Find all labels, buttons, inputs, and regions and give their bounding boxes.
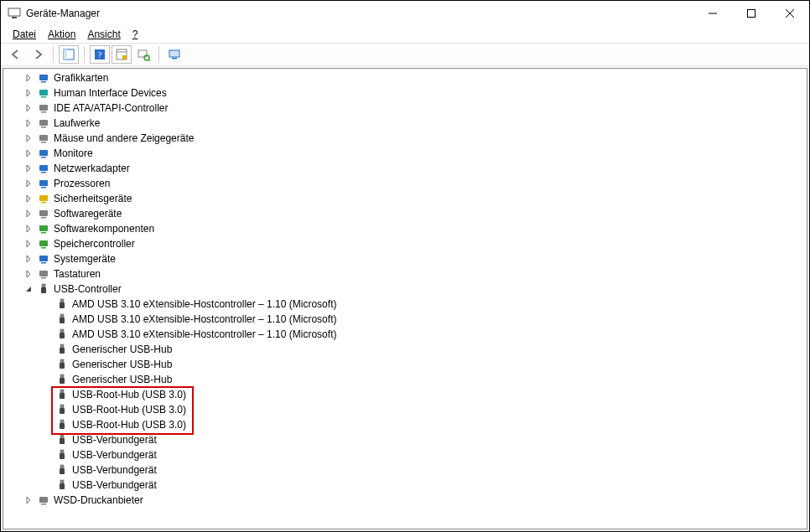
tree-category[interactable]: Tastaturen	[3, 266, 807, 281]
svg-rect-43	[41, 262, 46, 264]
show-hide-tree-button[interactable]	[59, 45, 79, 64]
chevron-right-icon[interactable]	[22, 267, 35, 281]
tree-category[interactable]: Human Interface Devices	[3, 85, 807, 101]
properties-button[interactable]	[112, 45, 132, 64]
svg-rect-30	[39, 165, 48, 171]
category-icon	[37, 237, 50, 251]
svg-rect-1	[12, 17, 17, 18]
chevron-right-icon[interactable]	[22, 192, 35, 205]
menu-view[interactable]: Ansicht	[87, 28, 120, 40]
tree-device[interactable]: AMD USB 3.10 eXtensible-Hostcontroller –…	[3, 327, 807, 342]
svg-rect-20	[39, 90, 48, 96]
chevron-right-icon[interactable]	[22, 147, 35, 160]
tree-item-label: Generischer USB-Hub	[72, 343, 172, 355]
view-devices-button[interactable]	[164, 45, 184, 64]
tree-category[interactable]: Prozessoren	[3, 176, 807, 191]
tree-category[interactable]: Monitore	[3, 146, 807, 161]
minimize-button[interactable]	[693, 1, 732, 26]
scan-hardware-button[interactable]	[133, 45, 153, 64]
category-icon	[37, 493, 50, 507]
svg-rect-73	[60, 483, 65, 489]
svg-rect-33	[41, 187, 46, 189]
tree-item-label: Mäuse und andere Zeigegeräte	[54, 132, 194, 144]
chevron-right-icon[interactable]	[22, 132, 35, 145]
maximize-button[interactable]	[732, 1, 771, 26]
tree-category[interactable]: Speichercontroller	[3, 236, 807, 251]
tree-device[interactable]: USB-Verbundgerät	[3, 432, 807, 447]
tree-item-label: Netzwerkadapter	[54, 163, 130, 174]
tree-device[interactable]: USB-Verbundgerät	[3, 462, 807, 478]
category-icon	[37, 282, 50, 296]
usb-device-icon	[55, 403, 69, 416]
tree-device[interactable]: USB-Verbundgerät	[3, 447, 807, 462]
chevron-down-icon[interactable]	[22, 282, 35, 296]
tree-device[interactable]: AMD USB 3.10 eXtensible-Hostcontroller –…	[3, 297, 807, 312]
menu-help[interactable]: ?	[132, 28, 138, 40]
tree-device[interactable]: AMD USB 3.10 eXtensible-Hostcontroller –…	[3, 312, 807, 327]
category-icon	[37, 101, 50, 115]
svg-rect-34	[39, 195, 48, 201]
chevron-right-icon[interactable]	[22, 116, 35, 130]
svg-rect-21	[41, 96, 46, 98]
category-icon	[37, 177, 50, 190]
tree-device[interactable]: Generischer USB-Hub	[3, 372, 807, 387]
close-button[interactable]	[771, 1, 809, 26]
svg-rect-38	[39, 225, 48, 231]
content-frame: GrafikkartenHuman Interface DevicesIDE A…	[1, 66, 809, 531]
svg-rect-45	[41, 277, 46, 279]
tree-category[interactable]: IDE ATA/ATAPI-Controller	[3, 101, 807, 116]
tree-category[interactable]: Laufwerke	[3, 116, 807, 131]
tree-category[interactable]: Mäuse und andere Zeigegeräte	[3, 131, 807, 146]
chevron-right-icon[interactable]	[22, 86, 35, 100]
svg-rect-62	[60, 405, 64, 408]
chevron-right-icon[interactable]	[22, 101, 35, 115]
tree-device[interactable]: Generischer USB-Hub	[3, 342, 807, 357]
forward-button[interactable]	[28, 45, 48, 64]
category-icon	[37, 86, 50, 100]
chevron-right-icon[interactable]	[22, 71, 35, 85]
chevron-right-icon[interactable]	[22, 177, 35, 190]
toolbar-separator	[53, 46, 54, 63]
tree-category[interactable]: Netzwerkadapter	[3, 161, 807, 176]
tree-category[interactable]: Systemgeräte	[3, 251, 807, 266]
tree-item-label: USB-Verbundgerät	[72, 434, 157, 446]
svg-rect-66	[60, 435, 64, 438]
tree-item-label: Prozessoren	[54, 178, 110, 189]
chevron-right-icon[interactable]	[22, 222, 35, 235]
tree-item-label: WSD-Druckanbieter	[54, 494, 143, 506]
svg-rect-17	[172, 58, 177, 59]
tree-device[interactable]: USB-Root-Hub (USB 3.0)	[3, 402, 807, 417]
device-tree-scroll[interactable]: GrafikkartenHuman Interface DevicesIDE A…	[3, 68, 807, 529]
menu-action[interactable]: Aktion	[48, 28, 75, 40]
back-button[interactable]	[6, 45, 26, 64]
svg-rect-50	[60, 314, 64, 318]
svg-rect-52	[60, 329, 64, 333]
chevron-right-icon[interactable]	[22, 162, 35, 175]
svg-rect-56	[60, 359, 64, 363]
chevron-right-icon[interactable]	[22, 237, 35, 251]
toolbar-separator	[158, 46, 159, 63]
chevron-right-icon[interactable]	[22, 252, 35, 266]
chevron-right-icon[interactable]	[22, 207, 35, 220]
tree-category[interactable]: USB-Controller	[3, 281, 807, 297]
tree-category[interactable]: Sicherheitsgeräte	[3, 191, 807, 206]
category-icon	[37, 267, 50, 281]
tree-device[interactable]: USB-Root-Hub (USB 3.0)	[3, 387, 807, 402]
tree-device[interactable]: Generischer USB-Hub	[3, 357, 807, 372]
tree-device[interactable]: USB-Root-Hub (USB 3.0)	[3, 417, 807, 432]
tree-category[interactable]: Grafikkarten	[3, 70, 807, 85]
tree-category[interactable]: WSD-Druckanbieter	[3, 493, 807, 508]
tree-device[interactable]: USB-Verbundgerät	[3, 478, 807, 493]
titlebar: Geräte-Manager	[1, 1, 809, 26]
tree-category[interactable]: Softwaregeräte	[3, 206, 807, 221]
menu-file[interactable]: Datei	[13, 28, 36, 40]
tree-category[interactable]: Softwarekomponenten	[3, 221, 807, 236]
usb-device-icon	[55, 297, 69, 311]
help-button[interactable]: ?	[90, 45, 110, 64]
tree-item-label: Tastaturen	[54, 268, 101, 280]
category-icon	[37, 147, 50, 160]
svg-rect-44	[39, 271, 48, 276]
usb-device-icon	[55, 343, 69, 356]
chevron-right-icon[interactable]	[22, 493, 35, 507]
tree-item-label: USB-Controller	[54, 283, 122, 295]
